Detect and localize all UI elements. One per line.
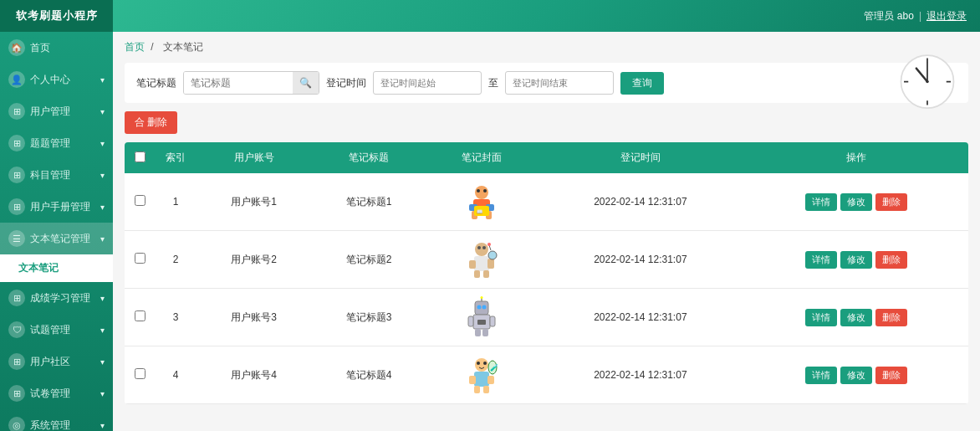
svg-rect-21 [487,259,494,269]
clock-container [898,53,957,114]
sidebar-label-user-mgmt: 用户管理 [30,105,100,119]
query-button[interactable]: 查询 [620,72,664,95]
cover-image: 📖 [460,180,503,223]
sidebar-item-subject-mgmt[interactable]: ⊞ 科目管理 ▾ [0,159,113,191]
sidebar-item-score-mgmt[interactable]: ⊞ 成绩学习管理 ▾ [0,282,113,314]
delete-button[interactable]: 删除 [875,367,907,384]
cover-image [460,295,503,339]
grid-icon2: ⊞ [8,135,25,151]
row-cover [426,231,537,289]
sidebar-item-text-note-mgmt[interactable]: ☰ 文本笔记管理 ▾ [0,223,113,254]
data-table: 索引 用户账号 笔记标题 笔记封面 登记时间 操作 1 用户账号1 笔记标题1 [125,142,968,404]
svg-point-8 [475,186,488,199]
row-index: 2 [155,231,197,289]
cover-image [460,238,503,281]
row-select-checkbox[interactable] [135,195,145,206]
delete-button[interactable]: 删除 [875,251,907,269]
row-select-checkbox[interactable] [135,253,145,264]
grid-icon3: ⊞ [8,167,25,183]
row-actions: 详情 修改 删除 [744,289,968,346]
sidebar-item-sys-mgmt[interactable]: ◎ 系统管理 ▾ [0,409,113,431]
list-icon: ☰ [8,230,25,247]
arrow-icon: ▾ [100,294,105,303]
row-account: 用户账号2 [197,231,311,289]
date-start-input[interactable] [373,71,482,95]
svg-point-17 [483,189,487,192]
sidebar-item-text-note[interactable]: 文本笔记 [0,254,113,282]
edit-button[interactable]: 修改 [840,193,872,211]
note-search-label: 笔记标题 [136,76,176,90]
detail-button[interactable]: 详情 [805,251,837,269]
col-cover: 笔记封面 [426,142,537,173]
row-checkbox[interactable] [125,231,155,289]
svg-rect-35 [468,316,473,326]
arrow-icon: ▾ [100,234,105,244]
delete-button[interactable]: 删除 [875,309,907,326]
row-index: 1 [155,173,197,231]
arrow-icon: ▾ [100,421,105,430]
logout-link[interactable]: 退出登录 [926,9,967,23]
action-bar: 合 删除 [125,111,968,134]
breadcrumb-home[interactable]: 首页 [125,41,145,53]
row-account: 用户账号1 [197,173,311,231]
table-row: 3 用户账号3 笔记标题3 2022-02-14 12:31:07 详情 修改 … [125,289,968,346]
row-select-checkbox[interactable] [135,368,145,379]
edit-button[interactable]: 修改 [840,309,872,326]
edit-button[interactable]: 修改 [840,251,872,269]
arrow-icon: ▾ [100,171,105,180]
sidebar-item-community[interactable]: ⊞ 用户社区 ▾ [0,346,113,377]
sidebar-item-user-manual[interactable]: ⊞ 用户手册管理 ▾ [0,191,113,223]
svg-point-26 [487,243,491,246]
row-time: 2022-02-14 12:31:07 [537,231,744,289]
detail-button[interactable]: 详情 [805,367,837,384]
svg-point-18 [475,243,488,256]
sidebar-item-exam-mgmt[interactable]: 🛡 试题管理 ▾ [0,314,113,346]
date-end-input[interactable] [505,71,614,95]
svg-point-27 [477,246,481,249]
col-index: 索引 [155,142,197,173]
row-checkbox[interactable] [125,346,155,404]
detail-button[interactable]: 详情 [805,193,837,211]
note-search-icon-btn[interactable]: 🔍 [293,72,319,94]
select-all-checkbox[interactable] [135,151,145,162]
row-index: 4 [155,346,197,404]
arrow-icon: ▾ [100,389,105,398]
sidebar-item-home[interactable]: 🏠 首页 [0,32,113,64]
note-search-input[interactable] [184,72,293,94]
row-cover: 📖 [426,173,537,231]
svg-point-30 [477,305,481,310]
svg-text:🧪: 🧪 [490,363,498,372]
grid-icon: ⊞ [8,103,25,120]
sidebar-item-user-mgmt[interactable]: ⊞ 用户管理 ▾ [0,95,113,127]
sidebar-label-score-mgmt: 成绩学习管理 [30,291,100,305]
row-time: 2022-02-14 12:31:07 [537,289,744,346]
table-row: 1 用户账号1 笔记标题1 📖 2022-02-14 12:31:07 详情 修… [125,173,968,231]
detail-button[interactable]: 详情 [805,309,837,326]
svg-rect-45 [483,386,489,393]
sidebar-label-subject-mgmt: 科目管理 [30,168,100,182]
row-checkbox[interactable] [125,173,155,231]
topbar: 管理员 abo | 退出登录 [113,0,980,32]
content-area: 首页 / 文本笔记 笔记标题 🔍 登记时间 至 查询 [113,32,980,431]
row-time: 2022-02-14 12:31:07 [537,173,744,231]
row-select-checkbox[interactable] [135,310,145,321]
arrow-icon: ▾ [100,139,105,148]
row-actions: 详情 修改 删除 [744,231,968,289]
sidebar: 软考刷题小程序 🏠 首页 👤 个人中心 ▾ ⊞ 用户管理 ▾ ⊞ 题题管理 ▾ … [0,0,113,431]
row-actions: 详情 修改 删除 [744,346,968,404]
row-checkbox[interactable] [125,289,155,346]
col-title: 笔记标题 [311,142,426,173]
sidebar-item-paper-mgmt[interactable]: ⊞ 试卷管理 ▾ [0,377,113,409]
edit-button[interactable]: 修改 [840,367,872,384]
batch-delete-button[interactable]: 合 删除 [125,111,177,134]
row-cover: 🧪 [426,346,537,404]
topbar-divider: | [919,10,921,22]
row-cover [426,289,537,346]
sidebar-item-question-mgmt[interactable]: ⊞ 题题管理 ▾ [0,127,113,159]
row-account: 用户账号4 [197,346,311,404]
sidebar-item-personal[interactable]: 👤 个人中心 ▾ [0,64,113,95]
manager-label: 管理员 [864,9,894,23]
app-title: 软考刷题小程序 [0,0,113,32]
svg-point-40 [475,358,488,372]
delete-button[interactable]: 删除 [875,193,907,211]
